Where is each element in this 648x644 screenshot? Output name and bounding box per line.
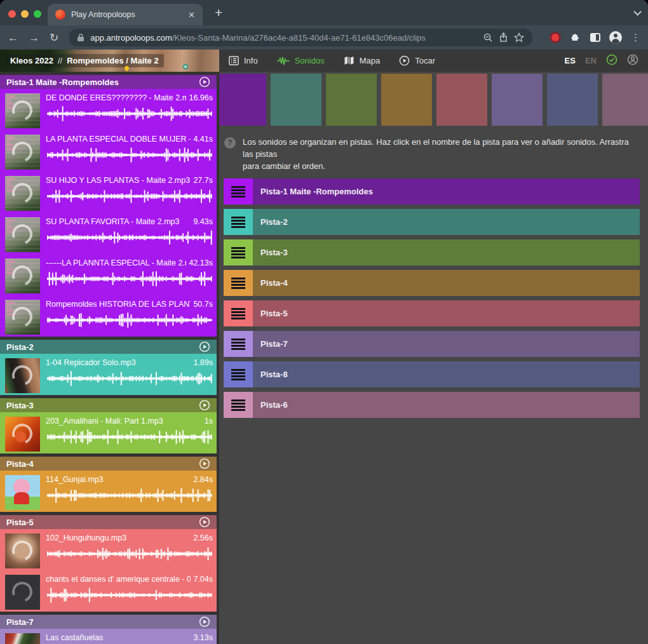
track-row-bar[interactable]: Pista-5: [253, 300, 640, 326]
drag-handle[interactable]: [224, 392, 253, 418]
drag-handle[interactable]: [224, 331, 253, 357]
audio-clip[interactable]: ROM PE MOL DES SU PLANTA FAVORITA - Mait…: [0, 213, 217, 254]
audio-clip[interactable]: ROM PE MOL DES SU HIJO Y LAS PLANTAS - M…: [0, 171, 217, 213]
drag-handle[interactable]: [224, 209, 253, 235]
tab-info[interactable]: Info: [229, 56, 258, 65]
waveform[interactable]: [46, 488, 213, 503]
breadcrumb-path[interactable]: Rompemoldes / Maite 2: [67, 56, 158, 65]
audio-clip[interactable]: Las castañuelas 3.13s: [0, 629, 217, 644]
waveform[interactable]: [46, 429, 213, 445]
play-track-button[interactable]: [199, 399, 210, 411]
play-track-button[interactable]: [199, 516, 210, 528]
track-row[interactable]: Pista-8: [224, 361, 640, 387]
track-row[interactable]: Pista-1 Maite -Rompemoldes: [224, 178, 640, 205]
track-header[interactable]: Pista-5: [0, 515, 217, 529]
track-header[interactable]: Pista-1 Maite -Rompemoldes: [0, 75, 217, 89]
project-banner[interactable]: Kleos 2022 // Rompemoldes / Maite 2: [0, 50, 219, 72]
new-tab-button[interactable]: +: [215, 5, 222, 20]
browser-tab[interactable]: Play Antropoloops ✕: [48, 4, 203, 25]
bookmark-star-icon[interactable]: [514, 32, 524, 43]
audio-clip[interactable]: 203_Amalihani - Mali: Part 1.mp3 1s: [0, 412, 217, 453]
tab-tocar[interactable]: Tocar: [399, 55, 435, 66]
forward-button[interactable]: →: [29, 32, 39, 43]
profile-avatar[interactable]: [609, 31, 622, 44]
drag-handle[interactable]: [224, 178, 253, 205]
track-row-bar[interactable]: Pista-7: [253, 331, 640, 357]
track-row[interactable]: Pista-5: [224, 300, 640, 326]
waveform[interactable]: [46, 147, 213, 163]
page-content: Pista-1 Maite -Rompemoldes ROM PE MOL DE…: [0, 72, 648, 644]
hint-box: ? Los sonidos se organizan en pistas. Ha…: [224, 136, 630, 172]
clip-duration: 4.41s: [193, 135, 213, 144]
waveform[interactable]: [46, 189, 213, 204]
track-row[interactable]: Pista-7: [224, 331, 640, 357]
play-track-button[interactable]: [199, 458, 210, 469]
track-header[interactable]: Pista-4: [0, 457, 217, 471]
track-row-bar[interactable]: Pista-3: [253, 239, 640, 265]
clip-list: ROM PE MOL DES DE DONDE ERES???????? - M…: [0, 89, 217, 337]
drag-handle[interactable]: [224, 270, 253, 296]
waveform[interactable]: [46, 271, 213, 286]
track-row[interactable]: Pista-2: [224, 209, 640, 235]
tab-mapa[interactable]: Mapa: [344, 56, 381, 65]
zoom-out-icon[interactable]: [483, 32, 493, 43]
audio-clip[interactable]: ROM PE MOL DES LA PLANTA ESPECIAL DOBLE …: [0, 130, 217, 171]
record-extension-icon[interactable]: [551, 34, 559, 41]
account-icon[interactable]: [627, 54, 638, 68]
waveform[interactable]: [46, 587, 213, 603]
clip-thumbnail: [5, 417, 40, 452]
track-row-bar[interactable]: Pista-2: [253, 209, 640, 235]
share-icon[interactable]: [499, 32, 508, 43]
track-row-bar[interactable]: Pista-4: [253, 270, 640, 296]
audio-clip[interactable]: 1-04 Repicador Solo.mp3 1.89s: [0, 354, 217, 395]
play-track-button[interactable]: [199, 76, 210, 88]
tab-close-icon[interactable]: ✕: [188, 11, 195, 19]
track-row-bar[interactable]: Pista-1 Maite -Rompemoldes: [253, 178, 640, 205]
play-track-button[interactable]: [199, 616, 210, 627]
track-row[interactable]: Pista-3: [224, 239, 640, 265]
track-row-bar[interactable]: Pista-6: [253, 392, 640, 418]
drag-handle-icon: [231, 247, 245, 258]
lang-en-button[interactable]: EN: [585, 56, 597, 65]
drag-handle[interactable]: [224, 361, 253, 387]
track-header[interactable]: Pista-7: [0, 615, 217, 629]
drag-handle[interactable]: [224, 239, 253, 265]
audio-clip[interactable]: chants et danses d' amerique centrale - …: [0, 570, 217, 612]
waveform[interactable]: [46, 230, 213, 245]
tab-sonidos[interactable]: Sonidos: [277, 56, 325, 65]
track-row-label: Pista-1 Maite -Rompemoldes: [260, 187, 373, 196]
tab-search-chevron-icon[interactable]: [633, 8, 642, 16]
track-header[interactable]: Pista-3: [0, 398, 217, 412]
play-track-button[interactable]: [199, 341, 210, 352]
url-text[interactable]: app.antropoloops.com/Kleos-Santa-Marina/…: [90, 33, 477, 43]
close-window-button[interactable]: [8, 10, 16, 18]
reload-button[interactable]: ↻: [50, 32, 58, 43]
back-button[interactable]: ←: [8, 32, 18, 43]
track-row-bar[interactable]: Pista-8: [253, 361, 640, 387]
audio-clip[interactable]: 102_Hunguhungu.mp3 2.56s: [0, 529, 217, 570]
waveform[interactable]: [46, 312, 213, 328]
audio-clip[interactable]: ROM PE MOL DES Rompemoldes HISTORIA DE L…: [0, 295, 217, 337]
track-row-label: Pista-8: [260, 370, 288, 379]
maximize-window-button[interactable]: [34, 10, 41, 18]
tab-strip: Play Antropoloops ✕ +: [0, 0, 648, 25]
drag-handle[interactable]: [224, 300, 253, 326]
hint-line-2: para cambiar el orden.: [243, 160, 630, 172]
waveform[interactable]: [46, 546, 213, 561]
minimize-window-button[interactable]: [21, 10, 29, 18]
audio-clip[interactable]: 114_Gunjai.mp3 2.84s: [0, 471, 217, 512]
browser-menu-icon[interactable]: ⋮: [631, 32, 640, 43]
lock-icon: [77, 33, 84, 42]
waveform[interactable]: [46, 371, 213, 386]
extensions-puzzle-icon[interactable]: [570, 30, 581, 44]
audio-clip[interactable]: ROM PE MOL DES ------LA PLANNTA ESPECIAL…: [0, 254, 217, 295]
lang-es-button[interactable]: ES: [565, 56, 576, 65]
breadcrumb-project[interactable]: Kleos 2022: [10, 56, 53, 65]
side-panel-icon[interactable]: [590, 33, 600, 42]
address-bar[interactable]: app.antropoloops.com/Kleos-Santa-Marina/…: [69, 29, 532, 46]
track-row[interactable]: Pista-4: [224, 270, 640, 296]
track-header[interactable]: Pista-2: [0, 340, 217, 354]
waveform[interactable]: [46, 106, 213, 121]
track-row[interactable]: Pista-6: [224, 392, 640, 418]
audio-clip[interactable]: ROM PE MOL DES DE DONDE ERES???????? - M…: [0, 89, 217, 130]
